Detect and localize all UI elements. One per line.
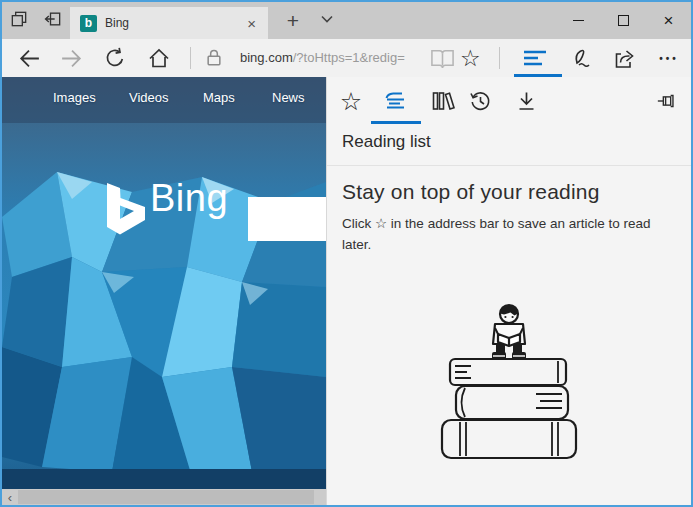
tab-bar: b Bing × + × — [2, 2, 691, 39]
nav-link-maps[interactable]: Maps — [203, 90, 235, 105]
forward-button[interactable] — [59, 46, 84, 75]
reading-list-icon — [383, 89, 409, 113]
forward-icon — [59, 46, 84, 71]
nav-link-news[interactable]: News — [272, 90, 305, 105]
back-icon — [17, 46, 42, 71]
toolbar-divider — [499, 47, 500, 69]
hub-tab-books[interactable] — [427, 86, 457, 116]
close-window-button[interactable]: × — [646, 2, 691, 39]
downloads-icon — [514, 89, 539, 113]
url-path: /?toHttps=1&redig= — [293, 50, 405, 65]
hub-tabs: ☆ — [327, 77, 691, 124]
share-button[interactable] — [612, 47, 638, 74]
more-actions-button[interactable]: ••• — [652, 39, 686, 77]
nav-link-images[interactable]: Images — [53, 90, 96, 105]
edge-browser-window: b Bing × + × bin — [0, 0, 693, 507]
pane-title: Reading list — [327, 124, 691, 165]
add-favorite-button[interactable]: ☆ — [460, 42, 481, 74]
history-icon — [468, 89, 493, 113]
hub-tab-history[interactable] — [465, 86, 495, 116]
back-button[interactable] — [17, 46, 42, 75]
set-tabs-aside-icon — [43, 9, 63, 33]
maximize-icon — [618, 15, 629, 26]
titlebar-drag-area — [344, 2, 556, 39]
empty-state-heading: Stay on top of your reading — [342, 180, 676, 204]
home-button[interactable] — [147, 46, 171, 74]
nav-link-videos[interactable]: Videos — [129, 90, 169, 105]
reading-list-empty-state: Stay on top of your reading Click ☆ in t… — [327, 166, 691, 256]
reading-list-active-indicator — [371, 121, 421, 124]
tab-title: Bing — [105, 16, 243, 30]
hub-pane: ☆ Reading list — [326, 77, 691, 505]
close-icon: × — [664, 12, 674, 29]
horizontal-scrollbar[interactable]: ‹ — [2, 489, 326, 505]
reading-view-icon — [430, 47, 455, 70]
pin-icon — [656, 90, 678, 112]
address-bar[interactable]: bing.com/?toHttps=1&redig= — [240, 39, 405, 77]
home-icon — [147, 46, 171, 70]
illustration-wrap — [327, 302, 691, 462]
lock-icon — [204, 48, 224, 72]
tabs-dropdown-chevron-icon — [319, 11, 335, 31]
url-domain: bing.com — [240, 50, 293, 65]
close-tab-icon[interactable]: × — [243, 14, 260, 33]
minimize-button[interactable] — [556, 2, 601, 39]
minimize-icon — [573, 20, 584, 21]
refresh-icon — [103, 46, 127, 70]
set-tabs-aside-button[interactable] — [36, 2, 70, 39]
web-note-icon — [570, 47, 596, 70]
bing-logo-icon — [103, 183, 147, 243]
books-icon — [430, 89, 455, 113]
tab-bing[interactable]: b Bing × — [70, 7, 268, 39]
hub-tab-downloads[interactable] — [511, 86, 541, 116]
navigation-toolbar: bing.com/?toHttps=1&redig= ☆ ••• — [2, 39, 691, 77]
bing-favicon: b — [80, 15, 97, 32]
hub-tab-reading-list[interactable] — [381, 86, 411, 116]
bing-nav: Images Videos Maps News — [2, 90, 326, 110]
hub-icon — [521, 47, 549, 70]
search-input[interactable] — [248, 197, 326, 241]
share-icon — [612, 47, 638, 70]
maximize-button[interactable] — [601, 2, 646, 39]
reading-view-button[interactable] — [430, 47, 455, 74]
tab-preview-icon — [9, 9, 29, 33]
scrollbar-thumb[interactable] — [18, 490, 314, 504]
person-reading-on-stack-of-books-illustration — [434, 302, 584, 462]
pin-pane-button[interactable] — [653, 86, 681, 116]
tab-preview-button[interactable] — [2, 2, 36, 39]
web-note-button[interactable] — [570, 47, 596, 74]
toolbar-divider — [190, 47, 191, 69]
refresh-button[interactable] — [103, 46, 127, 74]
bing-logo-text: Bing — [150, 177, 228, 220]
iceberg-background-photo — [2, 77, 326, 489]
hub-tab-favorites[interactable]: ☆ — [336, 86, 366, 116]
scroll-left-icon[interactable]: ‹ — [2, 489, 18, 505]
empty-state-body: Click ☆ in the address bar to save an ar… — [342, 214, 676, 256]
tabs-dropdown-button[interactable] — [310, 2, 344, 39]
hub-button[interactable] — [521, 47, 549, 74]
webpage-bing: Images Videos Maps News Bing ‹ — [2, 77, 326, 505]
browser-content: Images Videos Maps News Bing ‹ ☆ — [2, 77, 691, 505]
new-tab-button[interactable]: + — [276, 2, 310, 39]
